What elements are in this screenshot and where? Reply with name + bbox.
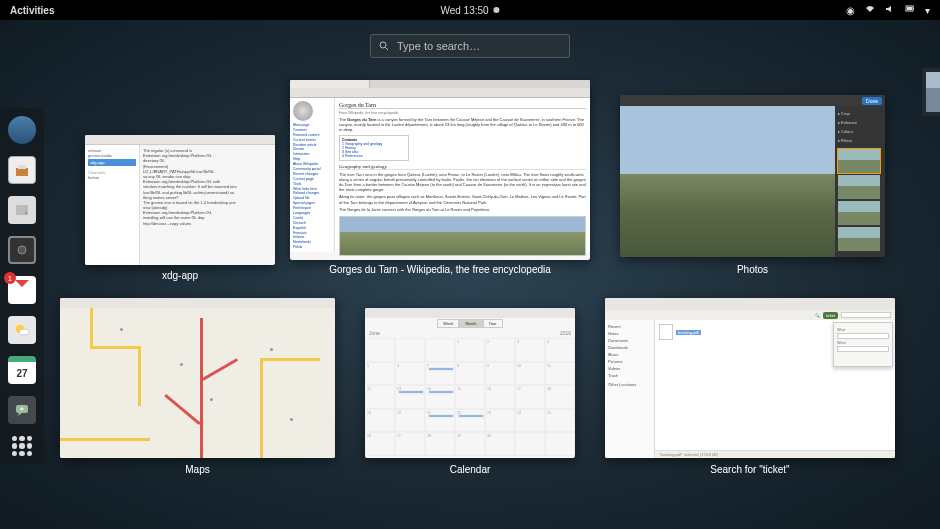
search-icon (379, 41, 389, 51)
window-photos[interactable]: Done ▸ Crop▸ Enhance▸ Colors▸ Filters (620, 95, 885, 257)
svg-point-8 (25, 212, 27, 214)
sidebar-item[interactable]: Trash (608, 372, 651, 379)
window-maps[interactable] (60, 298, 335, 458)
svg-rect-6 (18, 165, 26, 169)
window-label: Photos (620, 264, 885, 275)
tool-item[interactable]: ▸ Colors (838, 127, 882, 136)
year-label: 2016 (560, 330, 571, 336)
window-label: Gorges du Tarn - Wikipedia, the free enc… (290, 264, 590, 275)
month-grid[interactable]: 1234567891011121314151617181920212223242… (365, 338, 575, 456)
titlebar (365, 308, 575, 318)
disks-icon[interactable] (8, 196, 36, 224)
system-tray[interactable]: ◉ ▾ (846, 4, 930, 16)
chat-content: The regular (s) command is Extension org… (140, 145, 275, 265)
chat-icon[interactable]: # (8, 396, 36, 424)
activities-button[interactable]: Activities (10, 5, 54, 16)
dash: 1 27 # (0, 108, 44, 464)
sidebar-item[interactable]: Home (608, 330, 651, 337)
overview: release gnome-builds xdg-app Channels fe… (60, 80, 930, 519)
sidebar-item[interactable]: Documents (608, 337, 651, 344)
maps-icon[interactable]: 1 (8, 276, 36, 304)
browser-chrome (290, 80, 590, 98)
filter-thumbs (838, 149, 882, 251)
map-canvas[interactable] (60, 308, 335, 458)
filter-thumb[interactable] (838, 201, 880, 225)
weather-icon[interactable] (8, 316, 36, 344)
filter-popover[interactable]: What When (833, 322, 893, 367)
active-channel[interactable]: xdg-app (88, 159, 136, 166)
software-icon[interactable] (8, 156, 36, 184)
files-sidebar: RecentHomeDocumentsDownloadsMusicPicture… (605, 320, 655, 458)
search-bar: 🔍 ticket (605, 310, 895, 320)
photo-tools: ▸ Crop▸ Enhance▸ Colors▸ Filters (835, 106, 885, 257)
titlebar (60, 298, 335, 308)
search-chip[interactable]: ticket (823, 312, 838, 319)
sidebar-item[interactable]: Music (608, 351, 651, 358)
search-placeholder: Type to search… (397, 40, 480, 52)
notification-dot-icon (494, 7, 500, 13)
article-title: Gorges du Tarn (339, 102, 586, 109)
svg-rect-2 (907, 7, 912, 10)
wifi-icon[interactable] (865, 4, 875, 16)
tool-item[interactable]: ▸ Crop (838, 109, 882, 118)
svg-point-9 (18, 246, 26, 254)
window-label: Calendar (365, 464, 575, 475)
top-bar: Activities Wed 13:50 ◉ ▾ (0, 0, 940, 20)
window-files[interactable]: 🔍 ticket RecentHomeDocumentsDownloadsMus… (605, 298, 895, 458)
browser-tab[interactable] (290, 80, 370, 88)
window-label: Maps (60, 464, 335, 475)
tool-item[interactable]: ▸ Enhance (838, 118, 882, 127)
titlebar (85, 135, 275, 145)
tool-item[interactable]: ▸ Filters (838, 136, 882, 145)
window-xdg-app[interactable]: release gnome-builds xdg-app Channels fe… (85, 135, 275, 265)
wiki-article: Gorges du Tarn From Wikipedia, the free … (335, 98, 590, 252)
show-apps-icon[interactable] (12, 436, 32, 456)
sidebar-item[interactable]: Other Locations (608, 381, 651, 388)
file-icon (659, 324, 673, 340)
window-calendar[interactable]: Week Month Year June 2016 12345678910111… (365, 308, 575, 458)
calendar-icon[interactable]: 27 (8, 356, 36, 384)
volume-icon[interactable] (885, 4, 895, 16)
filter-thumb[interactable] (838, 149, 880, 173)
photo-canvas[interactable] (620, 106, 835, 257)
wiki-sidebar: Main pageContentsFeatured contentCurrent… (290, 98, 335, 252)
sidebar-item[interactable]: Videos (608, 365, 651, 372)
chevron-down-icon[interactable]: ▾ (925, 5, 930, 16)
filter-thumb[interactable] (838, 227, 880, 251)
window-wikipedia[interactable]: Main pageContentsFeatured contentCurrent… (290, 80, 590, 260)
web-browser-icon[interactable] (8, 116, 36, 144)
done-button[interactable]: Done (862, 97, 882, 105)
status-bar: "booking.pdf" selected (173.8 kB) (655, 450, 895, 458)
titlebar: Done (620, 95, 885, 106)
sidebar-item[interactable]: Downloads (608, 344, 651, 351)
clock-label: Wed 13:50 (440, 5, 488, 16)
svg-rect-5 (16, 168, 28, 176)
view-switcher[interactable]: Week Month Year (365, 318, 575, 328)
titlebar (605, 298, 895, 310)
svg-point-3 (380, 42, 386, 48)
month-label: June (369, 330, 380, 336)
battery-icon[interactable] (905, 4, 915, 16)
window-label: Search for "ticket" (605, 464, 895, 475)
maps-badge: 1 (4, 272, 16, 284)
camera-icon[interactable] (8, 236, 36, 264)
svg-point-11 (19, 329, 29, 335)
overview-search[interactable]: Type to search… (370, 34, 570, 58)
window-label: xdg-app (85, 270, 275, 281)
clock[interactable]: Wed 13:50 (440, 5, 499, 16)
panorama-image (339, 216, 586, 256)
files-results: booking.pdf What When "booking.pdf" sele… (655, 320, 895, 458)
sidebar-item[interactable]: Recent (608, 323, 651, 330)
sidebar-item[interactable]: Pictures (608, 358, 651, 365)
chat-sidebar: release gnome-builds xdg-app Channels fe… (85, 145, 140, 265)
search-input[interactable] (841, 312, 891, 318)
svg-line-4 (386, 48, 389, 51)
filter-thumb[interactable] (838, 175, 880, 199)
svg-rect-1 (913, 8, 914, 10)
accessibility-icon[interactable]: ◉ (846, 5, 855, 16)
wikipedia-logo-icon (293, 101, 313, 121)
